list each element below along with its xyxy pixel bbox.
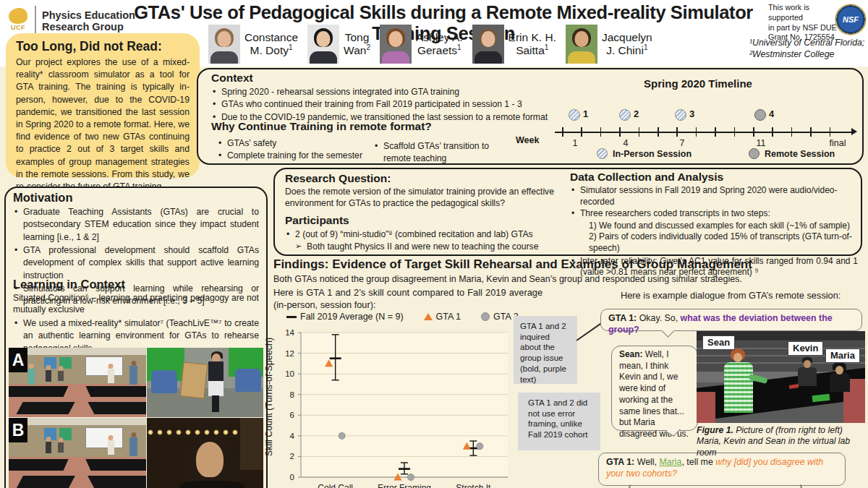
legend-remote: Remote Session (749, 148, 835, 159)
session-number: 4 (769, 108, 774, 119)
author-photo (472, 25, 504, 64)
week-tick-label: 11 (757, 138, 766, 148)
author-geraets: Ashley A.Geraets1 (380, 25, 463, 64)
svg-text:Cold Call: Cold Call (318, 483, 353, 488)
org-name: Physics Education Research Group (42, 9, 135, 33)
in-person-session-marker (675, 109, 686, 121)
week-tick-label: final (830, 138, 846, 148)
perg-logo: UCF Physics Education Research Group (7, 6, 135, 36)
svg-text:14: 14 (285, 328, 294, 337)
triangle-marker-icon (424, 313, 433, 320)
why-remote-col1: GTAs’ safety Complete training for the s… (217, 137, 373, 163)
participants-heading: Participants (285, 214, 560, 227)
sean-speech-bubble: Sean: Well, I mean, I think Kevin and I,… (611, 346, 698, 431)
skill-count-chart: 02468101214Cold CallError FramingStretch… (273, 322, 512, 488)
participants-section: Participants 2 (out of 9) “mini-studio”⁸… (285, 214, 560, 253)
participants-subbullet: Both taught Physics II and were new to t… (285, 241, 560, 252)
svg-text:Error Framing: Error Framing (378, 483, 431, 488)
tldr-body: Our project explores the use of a mixed-… (16, 56, 190, 193)
coding-step: 2) Pairs of coders individually coded 15… (570, 231, 858, 254)
label-maria: Maria (825, 348, 860, 363)
green-screen-room-image (147, 348, 263, 417)
funding-note: This work is supported in part by NSF DU… (768, 3, 843, 43)
context-bullet: GTAs who continued their training from F… (211, 98, 551, 111)
author-photo (566, 25, 597, 64)
circle-marker-icon (481, 312, 490, 321)
affiliations: ¹University of Central Florida; ²Westmin… (749, 38, 867, 61)
virtual-classroom-image (9, 348, 146, 417)
in-person-session-marker (569, 109, 580, 121)
research-question-body: Does the remote version of the simulator… (285, 186, 554, 210)
week-tick-label: 7 (680, 138, 685, 148)
svg-text:0: 0 (290, 473, 294, 481)
figure-caption: Figure 1. Picture of (from right to left… (697, 425, 867, 458)
in-person-session-marker (619, 109, 631, 121)
svg-text:Stretch It: Stretch It (456, 483, 491, 488)
author-list: ConstanceM. Doty1 TongWan2 Ashley A.Gera… (208, 25, 652, 64)
svg-text:12: 12 (285, 349, 294, 358)
ucf-abbr: UCF (11, 24, 25, 31)
week-tick-label: 1 (573, 138, 578, 148)
author-saitta: Erin K. H.Saitta1 (472, 25, 556, 64)
author-wan: TongWan2 (307, 25, 370, 64)
legend-gta2: GTA 2 (481, 312, 519, 322)
motivation-bullet: Graduate Teaching Assistants (GTAs) are … (13, 206, 259, 244)
research-question-section: Research Question: Does the remote versi… (285, 172, 554, 210)
participants-bullet: 2 (out of 9) “mini-studio”⁸ (combined re… (285, 228, 560, 241)
author-photo (380, 25, 412, 64)
nsf-logo-icon: NSF (836, 5, 865, 34)
webcam-image (147, 418, 263, 488)
author-photo (208, 25, 240, 64)
callout-error-framing: GTA 1 and 2 did not use error framing, u… (518, 393, 600, 450)
chart-y-axis-label: Skill Count (Turns-of-Speech) (264, 317, 274, 476)
data-collection-heading: Data Collection and Analysis (570, 171, 858, 184)
learning-body: Situated Cognition⁶ – learning and pract… (13, 292, 259, 316)
data-collection-bullet: Simulator sessions in Fall 2019 and Spri… (570, 185, 858, 207)
data-collection-bullet: Three researchers coded transcripts in t… (570, 208, 858, 220)
label-kevin: Kevin (788, 341, 823, 356)
tldr-heading: Too Long, Did not Read: (16, 39, 190, 54)
panel-row-a: A (9, 348, 263, 417)
motivation-bullet: GTA professional development should scaf… (13, 244, 259, 282)
virtual-lab-figure: Sean Kevin Maria (697, 331, 865, 423)
remote-legend-icon (749, 148, 760, 159)
learning-heading: Learning in Context (13, 278, 259, 291)
spring-2020-timeline: Spring 2020 Timeline 1 2 3 4 1 4 7 11 fi… (546, 76, 864, 163)
simulator-photo-panels: A B (9, 348, 263, 488)
why-remote-col2: Scaffold GTAs’ transition to remote teac… (373, 140, 507, 166)
context-section: Context Spring 2020 - rehearsal sessions… (211, 72, 551, 124)
panel-a-label: A (9, 348, 27, 372)
coding-step: 1) We found and discussed examples for e… (570, 221, 858, 232)
research-question-heading: Research Question: (285, 172, 554, 185)
findings-heading: Findings: Evidence of Target Skill Rehea… (273, 257, 867, 272)
virtual-classroom-image (9, 418, 146, 488)
context-bullet: Spring 2020 - rehearsal sessions integra… (211, 86, 551, 98)
logo-divider (35, 6, 36, 36)
mean-dash-icon (286, 316, 297, 318)
callout-inquired: GTA 1 and 2 inquired about the group iss… (514, 316, 577, 384)
why-remote-heading: Why Continue Training in remote format? (211, 120, 551, 133)
author-chini: JacquelynJ. Chini1 (566, 25, 652, 64)
dialogue-intro: Here is example dialogue from GTA’s remo… (621, 290, 859, 301)
why-bullet: Complete training for the semester (217, 150, 373, 162)
chart-intro: Here is GTA 1 and 2’s skill count compar… (273, 287, 542, 311)
ucf-pegasus-icon: UCF (7, 8, 29, 34)
why-bullet: GTAs’ safety (217, 137, 373, 150)
label-sean: Sean (702, 335, 735, 350)
tldr-box: Too Long, Did not Read: Our project expl… (6, 33, 200, 178)
legend-fall-average: Fall 2019 Average (N = 9) (286, 312, 404, 322)
author-doty: ConstanceM. Doty1 (208, 25, 298, 64)
panel-row-b: B (9, 418, 263, 488)
svg-text:4: 4 (290, 432, 295, 440)
context-heading: Context (211, 72, 551, 85)
panel-b-label: B (9, 418, 27, 442)
timeline-axis-arrow (851, 128, 857, 135)
session-number: 2 (634, 108, 639, 119)
why-remote-section: Why Continue Training in remote format? (211, 120, 551, 133)
chart-legend: Fall 2019 Average (N = 9) GTA 1 GTA 2 (286, 312, 519, 322)
svg-text:2: 2 (290, 452, 294, 461)
week-tick-label: 4 (624, 138, 629, 148)
in-person-legend-icon (597, 148, 608, 159)
findings-subtext: Both GTAs noticed the group disagreement… (273, 274, 780, 284)
session-number: 3 (689, 108, 694, 119)
